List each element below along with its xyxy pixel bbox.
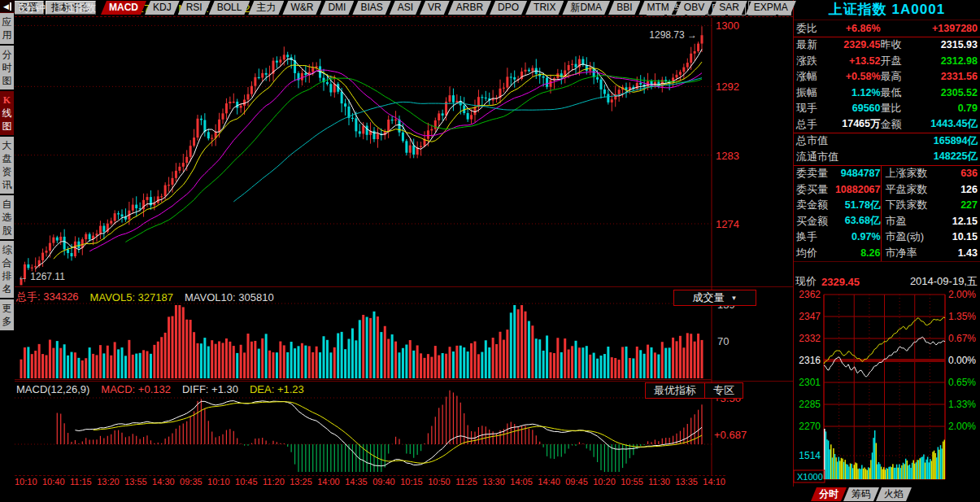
sidebar-item-char: 合 [2, 256, 12, 269]
intraday-mini-chart[interactable]: 23622.00%23471.35%23320.67%23160.00%2301… [793, 286, 980, 487]
indicator-tab-RSI[interactable]: RSI [178, 1, 211, 15]
quote-value: +13.52 [832, 55, 881, 67]
indicator-tab-BOLL[interactable]: BOLL [209, 1, 250, 15]
candlestick-series [20, 26, 703, 285]
time-axis-label: 10:50 [428, 477, 451, 487]
quote-label: 市净率 [881, 245, 930, 261]
indicator-tab-TRIX[interactable]: TRIX [525, 1, 564, 15]
time-axis-label: 09:35 [180, 477, 203, 487]
quote-value: 2315.93 [930, 39, 978, 50]
macd-histogram [57, 391, 702, 472]
quote-label: 振幅 [796, 85, 832, 100]
quote-label: 卖金额 [796, 198, 832, 212]
time-axis-label: 10:10 [207, 477, 230, 487]
quote-row: 最新2329.45昨收2315.93 [794, 37, 980, 54]
separator [794, 261, 980, 262]
sidebar-item-char: 讯 [2, 178, 12, 191]
quote-label: 委卖量 [796, 166, 832, 181]
quote-value: 0.97% [832, 231, 881, 242]
quote-value: 2312.98 [930, 55, 978, 67]
view-tab-分时[interactable]: 分时 [811, 487, 847, 501]
indicator-tab-DMI[interactable]: DMI [320, 1, 354, 15]
time-axis-label: 11:30 [648, 477, 670, 487]
macd-axis-label: +0.687 [714, 429, 747, 441]
mini-price-tick: 2332 [799, 333, 821, 344]
indicator-tab-主力[interactable]: 主力 [248, 1, 284, 15]
time-axis-label: 10:10 [15, 477, 37, 487]
quote-value: +1397280 [930, 23, 978, 34]
indicator-tab-DPO[interactable]: DPO [490, 1, 527, 15]
quote-value: 2305.52 [930, 87, 978, 98]
indicator-tab-ARBR[interactable]: ARBR [448, 1, 491, 15]
ma60-line [233, 78, 702, 202]
quote-label: 量比 [881, 101, 930, 116]
left-sidebar: ◀应用分时图K线图大盘资讯自选股综合排名更多 [0, 0, 15, 487]
sidebar-item-6[interactable]: 综合排名 [0, 241, 14, 298]
sidebar-item-char: 资 [2, 165, 12, 178]
sidebar-item-char: 分 [2, 48, 12, 61]
indicator-tab-EXPMA[interactable]: EXPMA [746, 1, 796, 15]
volume-indicator-label: 成交量 [693, 290, 725, 305]
right-view-tabs: 分时筹码火焰 [814, 487, 912, 501]
quote-row: 振幅1.12%最低2305.52 [794, 85, 980, 101]
quote-value: 148225亿 [861, 150, 978, 164]
quote-row: 涨跌+13.52开盘2312.98 [794, 53, 980, 69]
quote-value: 2329.45 [832, 39, 881, 50]
indicator-tab-新DMA[interactable]: 新DMA [562, 1, 610, 15]
indicator-tab-KDJ[interactable]: KDJ [145, 1, 180, 15]
quote-label: 上涨家数 [881, 166, 930, 182]
quote-label: 总手 [796, 117, 832, 132]
quote-value: 1.12% [832, 87, 881, 98]
time-axis-label: 13:30 [482, 477, 505, 487]
quote-value: 2331.56 [930, 71, 978, 82]
quote-label: 均价 [796, 246, 832, 260]
mini-percent-tick: 2.00% [948, 421, 976, 432]
sidebar-item-5[interactable]: 自选股 [0, 195, 14, 239]
sidebar-item-3[interactable]: K线图 [0, 91, 14, 135]
quote-label: 最高 [881, 69, 930, 84]
sidebar-item-4[interactable]: 大盘资讯 [0, 137, 14, 194]
macd-pane-button-最优指标[interactable]: 最优指标 [645, 382, 705, 399]
sidebar-item-2[interactable]: 分时图 [0, 46, 14, 89]
quote-value: +6.86% [832, 23, 881, 34]
sidebar-item-1[interactable]: 应用 [0, 13, 14, 44]
mini-price-tick: 2316 [799, 355, 821, 366]
indicator-tab-MTM[interactable]: MTM [638, 1, 677, 15]
macd-pane-button-专区[interactable]: 专区 [705, 382, 743, 399]
volume-bars [20, 305, 703, 378]
time-axis-label: 13:20 [97, 477, 120, 487]
indicator-tab-SAR[interactable]: SAR [711, 1, 747, 15]
sidebar-item-char: 时 [2, 61, 12, 74]
time-axis-label: 13:55 [124, 477, 147, 487]
time-axis-label: 14:05 [510, 477, 533, 487]
sidebar-item-7[interactable]: 更多 [0, 299, 14, 330]
time-axis-label: 09:45 [565, 477, 588, 487]
volume-indicator-dropdown[interactable]: 成交量 ▼ [673, 290, 756, 306]
indicator-tab-W&R[interactable]: W&R [282, 1, 321, 15]
quote-label: 流通市值 [796, 150, 861, 164]
app-window: ◀应用分时图K线图大盘资讯自选股综合排名更多 5分钟 上证指数 MA5: 127… [0, 0, 980, 502]
time-axis-label: 10:15 [400, 477, 423, 487]
sidebar-item-char: 线 [2, 107, 12, 120]
sidebar-item-char: 股 [2, 224, 12, 237]
time-axis-label: 13:35 [675, 477, 698, 487]
kline-chart[interactable]: 13001292128312741298.73 →← 1267.11 [15, 18, 793, 286]
indicator-tab-MACD[interactable]: MACD [101, 1, 146, 15]
indicator-tab-OBV[interactable]: OBV [676, 1, 712, 15]
time-axis-label: 14:10 [703, 477, 725, 487]
macd-buttons: 最优指标专区 [645, 382, 743, 399]
collapse-left-icon[interactable]: ◀ [0, 0, 15, 13]
indicator-tab-BIAS[interactable]: BIAS [352, 1, 390, 15]
quote-label: 金额 [881, 117, 930, 132]
symbol-label: 上证指数 [54, 1, 96, 15]
period-label[interactable]: 5分钟 [19, 1, 46, 15]
mini-price-tick: 2362 [799, 289, 821, 300]
quote-row: 总市值165894亿 [794, 133, 980, 150]
view-tab-筹码[interactable]: 筹码 [843, 487, 879, 501]
sidebar-item-char: 选 [2, 211, 12, 224]
time-axis-label: 14:40 [538, 477, 560, 487]
view-tab-火焰[interactable]: 火焰 [876, 487, 912, 501]
quote-value: 17465万 [832, 117, 881, 131]
quote-value: 12.15 [930, 216, 978, 227]
quote-row: 总手17465万金额1443.45亿 [794, 116, 980, 133]
